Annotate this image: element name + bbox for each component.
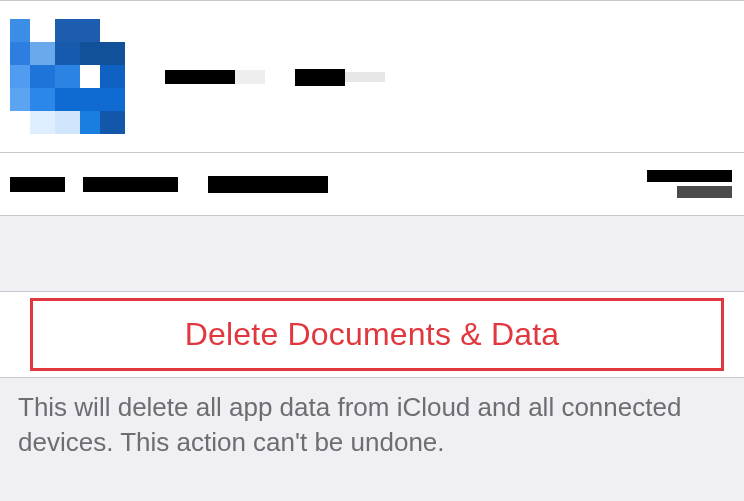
app-header-row — [0, 1, 744, 152]
delete-documents-button[interactable]: Delete Documents & Data — [185, 316, 560, 352]
delete-warning-footer: This will delete all app data from iClou… — [0, 378, 744, 460]
info-row[interactable] — [0, 153, 744, 215]
section-gap — [0, 216, 744, 291]
delete-documents-row[interactable]: Delete Documents & Data — [0, 291, 744, 378]
app-name-redacted — [165, 67, 385, 85]
app-icon — [10, 19, 125, 134]
info-row-value-redacted — [647, 170, 734, 198]
info-row-label-redacted — [10, 176, 328, 193]
